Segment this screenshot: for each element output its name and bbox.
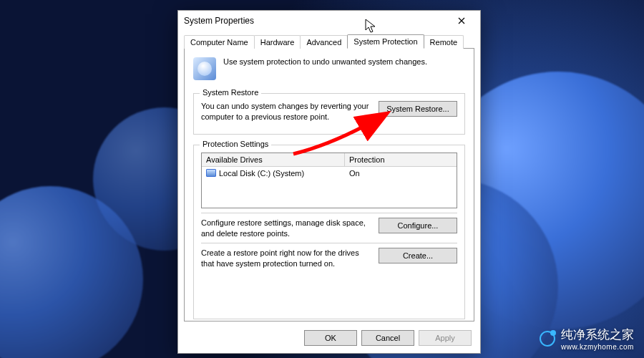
tab-hardware[interactable]: Hardware (254, 35, 301, 49)
titlebar[interactable]: System Properties (178, 11, 480, 31)
separator (201, 213, 457, 213)
tab-advanced[interactable]: Advanced (300, 35, 348, 49)
tab-system-protection[interactable]: System Protection (347, 34, 424, 49)
table-row[interactable]: Local Disk (C:) (System) On (202, 167, 457, 180)
tab-strip: Computer Name Hardware Advanced System P… (178, 31, 480, 48)
close-button[interactable] (449, 12, 474, 29)
system-properties-dialog: System Properties Computer Name Hardware… (177, 10, 481, 354)
drive-table[interactable]: Available Drives Protection Local Disk (… (201, 153, 457, 208)
configure-button[interactable]: Configure... (379, 218, 457, 233)
watermark-brand: 纯净系统之家 (561, 326, 634, 343)
watermark-url: www.kzmyhome.com (561, 343, 634, 351)
system-restore-button[interactable]: System Restore... (379, 101, 457, 117)
intro-text: Use system protection to undo unwanted s… (223, 57, 427, 66)
create-button[interactable]: Create... (379, 248, 457, 263)
protection-settings-frame: Protection Settings Available Drives Pro… (193, 145, 465, 319)
tab-panel-system-protection: Use system protection to undo unwanted s… (184, 48, 474, 321)
system-restore-desc: You can undo system changes by reverting… (201, 101, 370, 122)
protection-settings-frame-title: Protection Settings (200, 140, 271, 148)
watermark: 纯净系统之家 www.kzmyhome.com (540, 326, 634, 351)
drive-protection-status: On (345, 167, 364, 180)
drive-name: Local Disk (C:) (System) (219, 169, 304, 178)
intro-row: Use system protection to undo unwanted s… (193, 56, 465, 83)
ok-button[interactable]: OK (304, 330, 357, 346)
cancel-button[interactable]: Cancel (361, 330, 414, 346)
column-protection[interactable]: Protection (345, 153, 457, 166)
protection-shield-icon (193, 57, 216, 80)
apply-button: Apply (419, 330, 472, 346)
dialog-footer: OK Cancel Apply (178, 324, 480, 353)
system-restore-frame-title: System Restore (200, 88, 261, 97)
close-icon (458, 17, 465, 24)
tab-remote[interactable]: Remote (424, 35, 464, 49)
disk-icon (206, 169, 216, 177)
tab-computer-name[interactable]: Computer Name (184, 35, 255, 49)
configure-desc: Configure restore settings, manage disk … (201, 218, 370, 239)
watermark-logo-icon (540, 331, 555, 347)
system-restore-frame: System Restore You can undo system chang… (193, 93, 465, 135)
column-available-drives[interactable]: Available Drives (202, 153, 345, 166)
create-desc: Create a restore point right now for the… (201, 248, 370, 269)
window-title: System Properties (184, 16, 449, 26)
separator (201, 243, 457, 243)
